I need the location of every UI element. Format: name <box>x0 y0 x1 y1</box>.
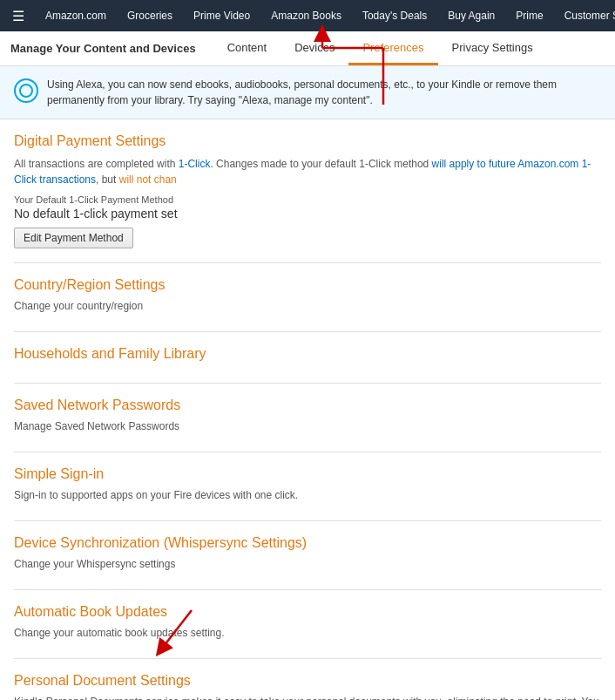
top-nav-amazon[interactable]: Amazon.com <box>40 6 112 25</box>
tab-content[interactable]: Content <box>213 32 281 65</box>
tab-devices[interactable]: Devices <box>280 32 348 65</box>
saved-network-desc: Manage Saved Network Passwords <box>14 420 601 432</box>
section-device-sync: Device Synchronization (Whispersync Sett… <box>14 521 601 590</box>
section-auto-book-updates: Automatic Book Updates Change your autom… <box>14 590 601 659</box>
one-click-link[interactable]: 1-Click <box>179 158 211 170</box>
payment-value: No default 1-click payment set <box>14 207 601 221</box>
edit-payment-button[interactable]: Edit Payment Method <box>14 228 133 248</box>
households-title[interactable]: Households and Family Library <box>14 346 601 362</box>
section-personal-document: Personal Document Settings Kindle Person… <box>14 659 601 700</box>
top-nav-groceries[interactable]: Groceries <box>122 6 178 25</box>
digital-payment-title[interactable]: Digital Payment Settings <box>14 133 601 149</box>
device-sync-desc: Change your Whispersync settings <box>14 558 601 570</box>
alexa-banner-text: Using Alexa, you can now send ebooks, au… <box>47 77 601 108</box>
auto-book-updates-desc: Change your automatic book updates setti… <box>14 627 601 639</box>
country-region-desc: Change your country/region <box>14 300 601 312</box>
secondary-navigation: Manage Your Content and Devices Content … <box>0 31 615 66</box>
will-apply-link[interactable]: will apply to future Amazon.com 1-Click … <box>14 158 591 186</box>
section-digital-payment: Digital Payment Settings All transaction… <box>14 119 601 263</box>
top-nav-amazon-books[interactable]: Amazon Books <box>266 6 347 25</box>
alexa-icon-inner <box>19 84 33 98</box>
top-nav-todays-deals[interactable]: Today's Deals <box>357 6 432 25</box>
top-nav-buy-again[interactable]: Buy Again <box>443 6 500 25</box>
section-saved-network: Saved Network Passwords Manage Saved Net… <box>14 384 601 452</box>
top-nav-prime[interactable]: Prime <box>510 6 548 25</box>
section-households: Households and Family Library <box>14 332 601 384</box>
personal-document-desc: Kindle Personal Documents service makes … <box>14 696 601 700</box>
hamburger-icon[interactable]: ☰ <box>7 4 30 28</box>
auto-book-updates-title[interactable]: Automatic Book Updates <box>14 604 601 620</box>
country-region-title[interactable]: Country/Region Settings <box>14 277 601 293</box>
main-content: Digital Payment Settings All transaction… <box>0 119 615 700</box>
alexa-banner: Using Alexa, you can now send ebooks, au… <box>0 66 615 119</box>
payment-info: Your Default 1-Click Payment Method No d… <box>14 194 601 248</box>
tab-privacy-settings[interactable]: Privacy Settings <box>438 32 547 65</box>
top-navigation: ☰ Amazon.com Groceries Prime Video Amazo… <box>0 0 615 31</box>
transaction-info: All transactions are completed with 1-Cl… <box>14 156 601 187</box>
top-nav-customer-service[interactable]: Customer Service <box>559 6 615 25</box>
simple-signin-desc: Sign-in to supported apps on your Fire d… <box>14 489 601 501</box>
personal-document-title[interactable]: Personal Document Settings <box>14 673 601 689</box>
alexa-icon <box>14 78 38 103</box>
section-simple-signin: Simple Sign-in Sign-in to supported apps… <box>14 452 601 521</box>
simple-signin-title[interactable]: Simple Sign-in <box>14 466 601 482</box>
top-nav-prime-video[interactable]: Prime Video <box>188 6 255 25</box>
payment-label: Your Default 1-Click Payment Method <box>14 194 601 205</box>
page-title: Manage Your Content and Devices <box>10 42 196 55</box>
device-sync-title[interactable]: Device Synchronization (Whispersync Sett… <box>14 535 601 551</box>
tab-preferences[interactable]: Preferences <box>348 32 437 65</box>
saved-network-title[interactable]: Saved Network Passwords <box>14 398 601 413</box>
section-country-region: Country/Region Settings Change your coun… <box>14 263 601 332</box>
